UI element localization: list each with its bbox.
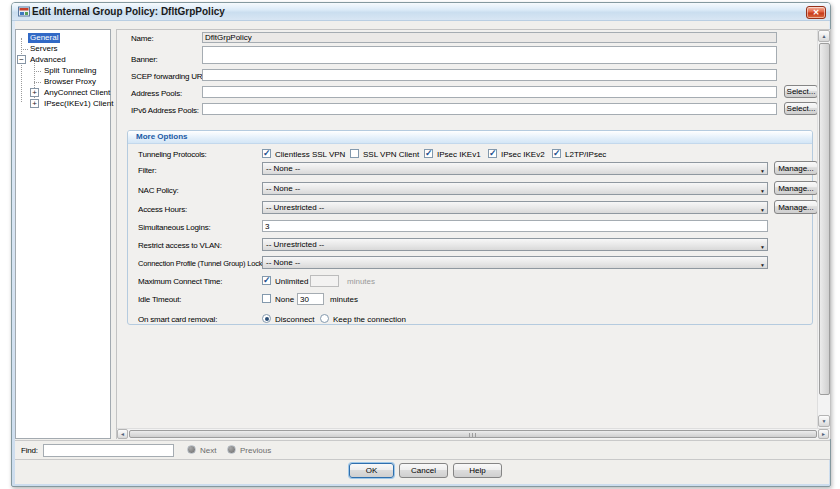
filter-value: -- None -- (266, 164, 300, 173)
check-icon: ✓ (489, 148, 497, 158)
find-previous-button[interactable]: Previous (240, 446, 271, 455)
name-field[interactable] (202, 32, 777, 43)
chevron-down-icon: ▼ (760, 205, 765, 216)
restrict-vlan-value: -- Unrestricted -- (266, 240, 324, 249)
tunnel-group-lock-value: -- None -- (266, 258, 300, 267)
tree-item-ipsec-ikev1-client[interactable]: IPsec(IKEv1) Client (42, 99, 115, 109)
tree-item-advanced[interactable]: Advanced (28, 55, 68, 65)
ipv6-pools-label: IPv6 Address Pools: (131, 106, 199, 115)
filter-dropdown[interactable]: -- None -- ▼ (262, 162, 768, 175)
checkbox-clientless-ssl-vpn[interactable]: ✓ (262, 149, 271, 158)
smart-card-removal-label: On smart card removal: (138, 315, 217, 324)
checkbox-ipsec-ikev2[interactable]: ✓ (488, 149, 497, 158)
tree-item-general[interactable]: General (28, 33, 60, 43)
access-hours-dropdown[interactable]: -- Unrestricted -- ▼ (262, 201, 768, 214)
cancel-button[interactable]: Cancel (399, 463, 448, 478)
nav-tree: General Servers − Advanced Split Tunneli… (15, 29, 111, 439)
checkbox-unlimited[interactable]: ✓ (262, 276, 271, 285)
more-options-title: More Options (136, 132, 188, 141)
find-next-button[interactable]: Next (200, 446, 216, 455)
checkbox-label: IPsec IKEv2 (501, 150, 545, 159)
tree-item-split-tunneling[interactable]: Split Tunneling (42, 66, 98, 76)
tree-connector-line (34, 71, 41, 72)
tree-item-label: General (28, 33, 60, 43)
max-connect-time-field[interactable] (310, 275, 339, 287)
nac-policy-value: -- None -- (266, 184, 300, 193)
tunnel-group-lock-dropdown[interactable]: -- None -- ▼ (262, 256, 768, 269)
checkbox-label: IPsec IKEv1 (437, 150, 481, 159)
tree-connector-line (21, 38, 22, 102)
scroll-right-button[interactable]: ► (818, 429, 829, 439)
help-button[interactable]: Help (453, 463, 502, 478)
ipv6-pools-field[interactable] (202, 103, 777, 115)
checkbox-label: L2TP/IPsec (565, 150, 606, 159)
scroll-up-button[interactable]: ▲ (818, 30, 830, 42)
tree-item-label: Browser Proxy (42, 77, 98, 87)
chevron-down-icon: ▼ (760, 242, 765, 253)
access-hours-manage-button[interactable]: Manage... (774, 200, 818, 214)
title-bar: Edit Internal Group Policy: DfltGrpPolic… (12, 3, 830, 21)
max-connect-time-label: Maximum Connect Time: (138, 277, 222, 286)
checkbox-none[interactable] (262, 294, 271, 303)
find-input[interactable] (43, 444, 174, 457)
ipv6-pools-select-button[interactable]: Select... (784, 102, 818, 115)
check-icon: ✓ (263, 148, 271, 158)
nac-policy-manage-button[interactable]: Manage... (774, 181, 818, 195)
idle-timeout-field[interactable] (297, 293, 324, 305)
none-checkbox-label: None (275, 295, 294, 304)
close-button[interactable]: ✕ (806, 6, 826, 19)
tree-item-label: IPsec(IKEv1) Client (42, 99, 115, 109)
radio-disconnect[interactable] (262, 314, 271, 323)
checkbox-ipsec-ikev1[interactable]: ✓ (424, 149, 433, 158)
nac-policy-dropdown[interactable]: -- None -- ▼ (262, 182, 768, 195)
scroll-right-icon: ► (821, 431, 826, 437)
filter-label: Filter: (138, 166, 157, 175)
restrict-vlan-dropdown[interactable]: -- Unrestricted -- ▼ (262, 238, 768, 251)
next-icon[interactable] (187, 445, 196, 454)
horizontal-scrollbar[interactable]: ◄ ► (117, 428, 830, 439)
checkbox-l2tp-ipsec[interactable]: ✓ (552, 149, 561, 158)
expand-icon[interactable]: + (30, 88, 39, 97)
previous-icon[interactable] (227, 445, 236, 454)
checkbox-ssl-vpn-client[interactable] (350, 149, 359, 158)
tree-item-label: Advanced (28, 55, 68, 65)
banner-field[interactable] (202, 46, 777, 64)
radio-keep-connection[interactable] (320, 314, 329, 323)
name-label: Name: (131, 34, 154, 43)
address-pools-select-button[interactable]: Select... (784, 85, 818, 98)
close-icon: ✕ (813, 8, 820, 17)
simultaneous-logins-label: Simultaneous Logins: (138, 223, 211, 232)
scroll-left-icon: ◄ (120, 431, 125, 437)
more-options-header[interactable]: More Options (128, 131, 812, 144)
nac-policy-label: NAC Policy: (138, 186, 178, 195)
app-icon (18, 6, 30, 18)
check-icon: ✓ (553, 148, 561, 158)
simultaneous-logins-field[interactable] (262, 220, 768, 232)
scroll-thumb-grip (469, 433, 477, 438)
filter-manage-button[interactable]: Manage... (774, 161, 818, 175)
scroll-left-button[interactable]: ◄ (117, 429, 128, 439)
tree-item-browser-proxy[interactable]: Browser Proxy (42, 77, 98, 87)
tree-item-label: Split Tunneling (42, 66, 98, 76)
radio-dot (265, 317, 269, 321)
tree-item-servers[interactable]: Servers (28, 44, 60, 54)
vertical-scrollbar[interactable]: ▲ ▼ (817, 30, 830, 428)
banner-label: Banner: (131, 55, 158, 64)
chevron-down-icon: ▼ (760, 166, 765, 177)
scroll-down-icon: ▼ (822, 418, 827, 424)
tunnel-group-lock-label: Connection Profile (Tunnel Group) Lock: (138, 259, 264, 268)
checkbox-label: SSL VPN Client (363, 150, 419, 159)
scep-url-field[interactable] (202, 69, 777, 81)
tree-item-label: Servers (28, 44, 60, 54)
horizontal-scroll-thumb[interactable] (129, 430, 817, 438)
ok-button[interactable]: OK (349, 463, 394, 478)
scroll-down-button[interactable]: ▼ (818, 415, 830, 427)
address-pools-field[interactable] (202, 86, 777, 98)
collapse-icon[interactable]: − (17, 55, 26, 64)
tunneling-protocols-label: Tunneling Protocols: (138, 150, 207, 159)
settings-panel: Name: Banner: SCEP forwarding URL: Addre… (116, 29, 831, 439)
expand-icon[interactable]: + (30, 99, 39, 108)
tree-item-anyconnect-client[interactable]: AnyConnect Client (42, 88, 112, 98)
chevron-down-icon: ▼ (760, 260, 765, 271)
vertical-scroll-thumb[interactable] (819, 43, 830, 395)
